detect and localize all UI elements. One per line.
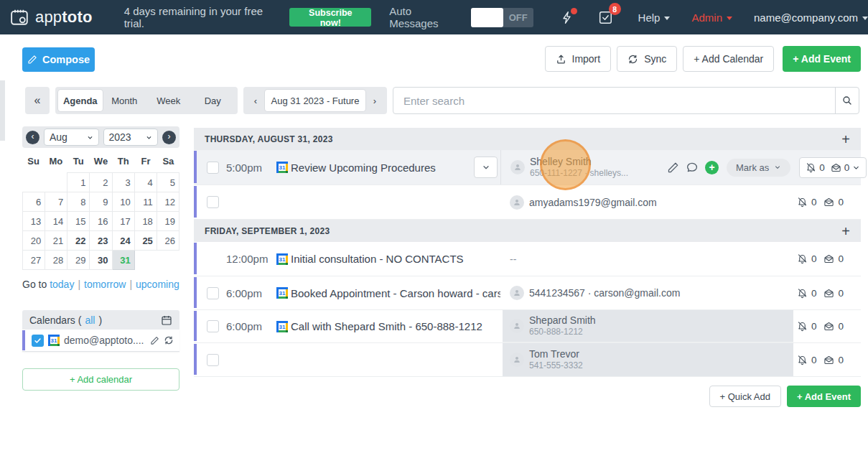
sync-button[interactable]: Sync <box>617 46 677 72</box>
mail-icon <box>823 321 834 332</box>
goto-today-link[interactable]: today <box>50 279 74 290</box>
calendar-day[interactable]: 24 <box>112 231 134 251</box>
tab-week[interactable]: Week <box>146 90 191 111</box>
calendar-day[interactable]: 3 <box>112 173 134 192</box>
admin-menu[interactable]: Admin <box>691 11 732 24</box>
calendar-day[interactable]: 29 <box>67 251 90 270</box>
event-dropdown-button[interactable] <box>474 157 498 178</box>
tab-day[interactable]: Day <box>191 90 235 111</box>
goto-upcoming-link[interactable]: upcoming <box>136 279 179 290</box>
event-checkbox[interactable] <box>207 320 219 332</box>
event-row[interactable]: amyadams1979@gmail.com 0 0 <box>194 185 861 220</box>
date-range-label[interactable]: Aug 31 2023 - Future <box>265 90 365 111</box>
calendars-all-link[interactable]: all <box>85 314 95 326</box>
calendar-day[interactable]: 17 <box>112 212 134 231</box>
add-calendar-sidebar-button[interactable]: + Add calendar <box>22 368 179 391</box>
add-calendar-button[interactable]: + Add Calendar <box>683 46 774 72</box>
calendar-day[interactable]: 11 <box>134 192 157 212</box>
mail-count: 0 <box>838 355 844 365</box>
calendar-day[interactable]: 25 <box>134 231 157 251</box>
calendar-list-item: 31 demo@apptoto.... <box>22 330 179 352</box>
calendar-day[interactable]: 4 <box>134 173 157 192</box>
search-button[interactable] <box>835 88 859 113</box>
prev-month-button[interactable]: ‹ <box>26 131 39 144</box>
goto-tomorrow-link[interactable]: tomorrow <box>84 279 126 290</box>
add-event-footer-button[interactable]: + Add Event <box>787 386 861 407</box>
calendar-day[interactable]: 21 <box>45 231 67 251</box>
calendar-day[interactable]: 7 <box>45 192 67 212</box>
add-event-to-day-button[interactable]: + <box>841 224 850 238</box>
calendar-day[interactable]: 30 <box>90 251 112 270</box>
add-contact-icon[interactable]: + <box>705 161 719 174</box>
calendar-day[interactable]: 22 <box>67 231 90 251</box>
event-row[interactable]: Tom Trevor 541-555-3332 0 0 <box>194 343 861 377</box>
calendar-day[interactable]: 12 <box>157 192 179 212</box>
goto-label: Go to <box>22 279 47 290</box>
calendar-day[interactable]: 15 <box>67 212 90 231</box>
account-menu[interactable]: name@company.com <box>754 11 868 24</box>
next-range-button[interactable]: › <box>365 90 384 111</box>
calendar-day[interactable]: 2 <box>90 173 112 192</box>
calendar-day[interactable]: 26 <box>157 231 179 251</box>
mark-as-button[interactable]: Mark as <box>727 159 790 177</box>
auto-messages-toggle[interactable]: OFF <box>471 8 533 27</box>
quick-add-button[interactable]: + Quick Add <box>709 386 781 407</box>
collapse-sidebar-button[interactable]: « <box>25 87 50 114</box>
calendar-day[interactable]: 9 <box>90 192 112 212</box>
year-select[interactable]: 2023 <box>103 129 159 146</box>
calendar-icon <box>161 314 172 326</box>
event-checkbox[interactable] <box>207 196 219 208</box>
pencil-icon <box>27 55 37 65</box>
calendar-day[interactable]: 27 <box>23 251 45 270</box>
calendar-day[interactable]: 1 <box>67 173 90 192</box>
calendar-day[interactable]: 23 <box>90 231 112 251</box>
calendar-day[interactable]: 5 <box>157 173 179 192</box>
import-button[interactable]: Import <box>545 46 612 72</box>
subscribe-now-button[interactable]: Subscribe now! <box>289 8 371 27</box>
next-month-button[interactable]: › <box>162 131 176 144</box>
calendar-day[interactable]: 14 <box>45 212 67 231</box>
calendar-day[interactable]: 6 <box>23 192 45 212</box>
event-row[interactable]: 6:00pm 31 Booked Appointment - Carson ho… <box>194 276 861 310</box>
separator: | <box>78 279 80 290</box>
refresh-calendar-icon[interactable] <box>164 335 174 345</box>
apptoto-logo[interactable]: apptoto <box>10 8 93 27</box>
calendar-day[interactable]: 10 <box>112 192 134 212</box>
calendar-checkbox-checked[interactable] <box>32 335 44 347</box>
event-checkbox[interactable] <box>207 287 219 299</box>
mail-count: 0 <box>844 162 850 173</box>
calendar-day[interactable]: 13 <box>23 212 45 231</box>
calendar-day[interactable]: 19 <box>157 212 179 231</box>
event-checkbox[interactable] <box>207 162 219 174</box>
tab-month[interactable]: Month <box>103 90 147 111</box>
edit-event-icon[interactable] <box>667 162 679 174</box>
calendars-panel: Calendars ( all ) <box>22 310 179 391</box>
activity-bolt-button[interactable] <box>560 10 574 25</box>
message-bubble-icon[interactable] <box>686 161 699 174</box>
calendar-day[interactable]: 20 <box>23 231 45 251</box>
event-row[interactable]: 6:00pm 31 Call with Shepard Smith - 650-… <box>194 310 861 343</box>
calendar-day[interactable]: 28 <box>45 251 67 270</box>
calendar-day[interactable]: 18 <box>134 212 157 231</box>
month-select[interactable]: Aug <box>44 129 99 146</box>
google-calendar-icon: 31 <box>276 287 288 299</box>
edit-calendar-icon[interactable] <box>150 336 159 345</box>
event-checkbox[interactable] <box>207 354 219 366</box>
calendar-day[interactable]: 8 <box>67 192 90 212</box>
calendar-day[interactable]: 16 <box>90 212 112 231</box>
compose-button[interactable]: Compose <box>22 47 95 72</box>
event-row[interactable]: 12:00pm 31 Initial consultation - NO CON… <box>194 242 861 276</box>
contact-detail: 541-555-3332 <box>529 360 583 372</box>
add-event-button[interactable]: + Add Event <box>783 46 861 72</box>
tab-agenda[interactable]: Agenda <box>58 90 103 111</box>
calendar-day-selected[interactable]: 31 <box>112 251 134 270</box>
add-event-to-day-button[interactable]: + <box>841 132 850 146</box>
prev-range-button[interactable]: ‹ <box>246 90 265 111</box>
calendar-account-name: demo@apptoto.... <box>64 335 146 346</box>
tasks-button[interactable]: 8 <box>597 9 613 25</box>
search-input[interactable] <box>393 88 835 113</box>
notification-counts-dropdown[interactable]: 0 0 <box>799 157 867 178</box>
event-row[interactable]: 5:00pm 31 Review Upcoming Procedures She… <box>194 150 861 185</box>
help-menu[interactable]: Help <box>638 11 671 24</box>
event-title: Booked Appointment - Carson howard - car… <box>291 287 500 299</box>
